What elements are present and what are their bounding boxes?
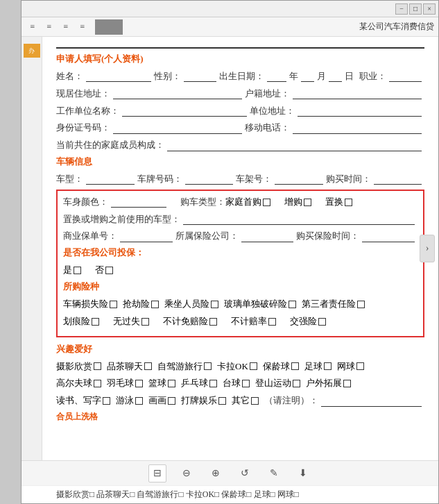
left-panel-item[interactable]: 办: [24, 44, 40, 58]
label-huji: 户籍地址：: [245, 87, 290, 101]
hobby-drive[interactable]: 自驾游旅行: [157, 360, 212, 374]
insurance-chengzuo[interactable]: 乘坐人员险: [164, 297, 218, 312]
hobby-badminton[interactable]: 羽毛球: [107, 376, 143, 391]
input-previous-model: [183, 214, 415, 225]
hobby-soccer[interactable]: 足球: [304, 360, 332, 374]
maximize-button[interactable]: □: [409, 3, 422, 15]
label-occupation: 职业：: [359, 69, 386, 84]
align-justify-icon[interactable]: ≡: [76, 20, 89, 34]
input-insurance-no: [120, 231, 173, 242]
label-buy-type: 购车类型：: [180, 195, 225, 210]
align-left-icon[interactable]: ≡: [26, 20, 40, 34]
input-dob-month: [301, 71, 314, 82]
input-dob-day: [329, 71, 342, 82]
label-work: 工作单位名称：: [56, 104, 119, 119]
header-text: 某公司汽车消费信贷: [359, 21, 434, 33]
section-hobby-title: 兴趣爱好: [56, 343, 424, 355]
input-buy-time: [374, 174, 422, 185]
hobby-outdoor[interactable]: 户外拓展: [306, 376, 351, 391]
insurance-scratch[interactable]: 划痕险: [63, 314, 99, 329]
hobby-billiards[interactable]: 台球: [223, 376, 250, 391]
label-month: 月: [317, 69, 326, 84]
edit-icon[interactable]: ✎: [265, 464, 283, 482]
input-gender: [184, 71, 216, 82]
hobby-row3: 读书、写字 游泳 画画 打牌娱乐 其它 （请注明）：: [56, 394, 424, 408]
label-gender: 性别：: [154, 69, 181, 84]
insurance-glass[interactable]: 玻璃单独破碎险: [224, 297, 296, 312]
scroll-right-button[interactable]: ›: [420, 235, 435, 262]
section-insurance-type-title: 所购险种: [63, 280, 418, 293]
insurance-nodeductible[interactable]: 不计免赔险: [163, 314, 217, 329]
hobby-swim[interactable]: 游泳: [116, 394, 143, 408]
hobby-other[interactable]: 其它: [232, 394, 259, 408]
hobby-tea[interactable]: 品茶聊天: [107, 360, 152, 374]
input-name: [86, 71, 151, 82]
hobby-golf[interactable]: 高尔夫球: [56, 376, 101, 391]
hobby-photo[interactable]: 摄影欣赏: [56, 360, 101, 374]
label-insurance-no: 商业保单号：: [63, 229, 117, 244]
label-id: 身份证号码：: [56, 121, 110, 135]
section-more: 合员上洗格: [56, 411, 424, 423]
buy-type-first[interactable]: 家庭首购: [225, 195, 270, 210]
hobby-bowling[interactable]: 保龄球: [263, 360, 299, 374]
download-icon[interactable]: ⬇: [294, 464, 312, 482]
hobby-row2: 高尔夫球 羽毛球 篮球 乒乓球 台球 登山运动 户外拓展: [56, 376, 424, 391]
zoom-in-icon[interactable]: ⊕: [207, 464, 225, 482]
section-insure-title: 是否在我公司投保：: [63, 246, 418, 259]
bottom-overflow-content: 摄影欣赏□ 品茶聊天□ 自驾游旅行□ 卡拉OK□ 保龄球□ 足球□ 网球□: [21, 485, 438, 503]
insurance-types-row1: 车辆损失险 抢劫险 乘坐人员险 玻璃单独破碎险 第三者责任险: [63, 297, 418, 312]
hobby-hiking[interactable]: 登山运动: [255, 376, 300, 391]
hobby-pingpong[interactable]: 乒乓球: [181, 376, 217, 391]
form-row-work: 工作单位名称： 单位地址：: [56, 104, 424, 119]
left-panel: 办: [21, 37, 42, 460]
label-dob: 出生日期：: [219, 69, 264, 84]
hobby-reading[interactable]: 读书、写字: [56, 394, 110, 408]
form-row-address: 现居住地址： 户籍地址：: [56, 87, 424, 101]
buy-type-replace[interactable]: 置换: [325, 195, 352, 210]
insurance-noratio[interactable]: 不计赔率: [231, 314, 276, 329]
insurance-jiqiang[interactable]: 交强险: [290, 314, 326, 329]
hobby-basketball[interactable]: 篮球: [148, 376, 175, 391]
label-year: 年: [289, 69, 298, 84]
insurance-sunshi[interactable]: 车辆损失险: [63, 297, 117, 312]
buy-type-add[interactable]: 增购: [284, 195, 311, 210]
insure-no[interactable]: 否: [95, 263, 113, 278]
page-icon[interactable]: ⊟: [148, 464, 166, 482]
form-row-id: 身份证号码： 移动电话：: [56, 121, 424, 135]
form-row-previous-model: 置换或增购之前使用的车型：: [63, 212, 418, 227]
input-color: [111, 196, 166, 208]
insurance-third[interactable]: 第三者责任险: [302, 297, 365, 312]
top-toolbar: ≡ ≡ ≡ ≡ 某公司汽车消费信贷: [21, 17, 438, 37]
input-model: [86, 174, 135, 185]
label-work-addr: 单位地址：: [250, 104, 295, 119]
zoom-out-icon[interactable]: ⊖: [178, 464, 196, 482]
label-model: 车型：: [56, 172, 83, 187]
input-frame: [275, 174, 323, 185]
hobby-tennis[interactable]: 网球: [337, 360, 364, 374]
align-center-icon[interactable]: ≡: [42, 20, 56, 34]
input-occupation: [389, 71, 422, 82]
form-row-family: 当前共住的家庭成员构成：: [56, 138, 424, 153]
insure-yes[interactable]: 是: [63, 263, 81, 278]
hobby-paint[interactable]: 画画: [148, 394, 175, 408]
top-divider: [56, 47, 424, 49]
label-family: 当前共住的家庭成员构成：: [56, 138, 164, 153]
label-day: 日: [345, 69, 354, 84]
minimize-button[interactable]: −: [395, 3, 408, 15]
form-row-color: 车身颜色： 购车类型： 家庭首购 增购 置换: [63, 195, 418, 210]
hobby-mahjong[interactable]: 打牌娱乐: [181, 394, 226, 408]
label-name: 姓名：: [56, 69, 83, 84]
form-row-insure-yesno: 是 否: [63, 263, 418, 278]
insurance-qiangjie[interactable]: 抢劫险: [123, 297, 159, 312]
input-work: [122, 106, 247, 117]
close-button[interactable]: ×: [423, 3, 436, 15]
form-row-car-basic: 车型： 车牌号码： 车架号： 购买时间：: [56, 172, 424, 187]
refresh-icon[interactable]: ↺: [236, 464, 254, 482]
input-id: [113, 123, 242, 134]
insurance-nofault[interactable]: 无过失: [113, 314, 149, 329]
input-mobile: [293, 123, 422, 134]
form-row-name: 姓名： 性别： 出生日期： 年 月 日 职业：: [56, 69, 424, 84]
section-car-title: 车辆信息: [56, 156, 424, 168]
align-right-icon[interactable]: ≡: [59, 20, 73, 34]
hobby-karaoke[interactable]: 卡拉OK: [217, 360, 257, 374]
